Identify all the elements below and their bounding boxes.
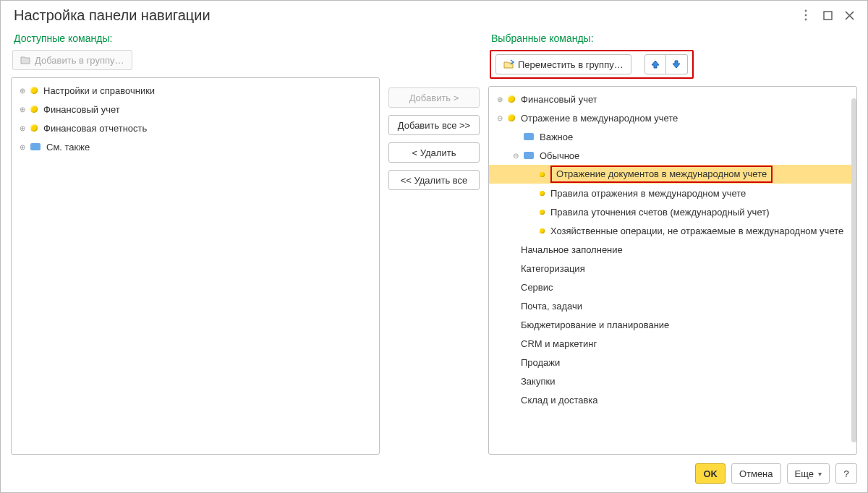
tree-item-label: Продажи — [521, 357, 560, 368]
tree-item[interactable]: · Хозяйственные операции, не отражаемые … — [489, 221, 856, 240]
expand-icon[interactable]: ⊕ — [495, 95, 505, 103]
svg-point-0 — [805, 10, 807, 12]
collapse-icon[interactable]: ⊖ — [511, 152, 521, 160]
available-tree[interactable]: ⊕ Настройки и справочники ⊕ Финансовый у… — [11, 77, 380, 455]
move-to-group-button[interactable]: Переместить в группу… — [495, 54, 631, 74]
badge-icon — [524, 133, 534, 140]
more-button[interactable]: Еще ▾ — [787, 463, 830, 484]
tree-item[interactable]: · Склад и доставка — [489, 390, 856, 409]
badge-icon — [30, 143, 41, 150]
tree-item-label: Настройки и справочники — [43, 85, 155, 96]
folder-icon — [508, 95, 515, 103]
tree-item[interactable]: ⊕ См. также — [12, 137, 379, 156]
tree-item-label: Финансовая отчетность — [43, 123, 147, 134]
tree-item[interactable]: · Категоризация — [489, 259, 856, 278]
more-label: Еще — [795, 468, 814, 479]
add-all-label: Добавить все >> — [398, 120, 470, 131]
folder-move-icon — [503, 59, 514, 69]
svg-point-1 — [805, 14, 807, 17]
item-icon — [540, 172, 545, 177]
available-toolbar: Добавить в группу… — [12, 50, 380, 70]
tree-item-label: Важное — [540, 132, 573, 142]
add-to-group-label: Добавить в группу… — [35, 55, 124, 66]
tree-item-label: CRM и маркетинг — [521, 338, 597, 349]
tree-item[interactable]: · CRM и маркетинг — [489, 334, 856, 353]
tree-item-label: Хозяйственные операции, не отражаемые в … — [550, 226, 843, 236]
folder-flag-icon — [20, 55, 30, 65]
tree-item-label: Правила отражения в международном учете — [550, 188, 746, 199]
remove-all-button[interactable]: << Удалить все — [388, 170, 480, 190]
selected-tree[interactable]: ⊕ Финансовый учет ⊖ Отражение в междунар… — [488, 86, 857, 455]
move-to-group-label: Переместить в группу… — [518, 59, 624, 70]
tree-item-label: Бюджетирование и планирование — [521, 320, 669, 330]
cancel-label: Отмена — [739, 468, 773, 479]
tree-item[interactable]: · Продажи — [489, 353, 856, 372]
maximize-icon[interactable] — [818, 6, 837, 25]
tree-item-selected[interactable]: · Отражение документов в международном у… — [489, 165, 856, 184]
tree-item-label: Начальное заполнение — [521, 244, 623, 255]
remove-button[interactable]: < Удалить — [388, 142, 480, 163]
tree-item[interactable]: · Важное — [489, 127, 856, 146]
tree-item-label: Сервис — [521, 282, 553, 293]
transfer-buttons: Добавить > Добавить все >> < Удалить << … — [387, 30, 481, 455]
chevron-down-icon: ▾ — [818, 470, 822, 478]
tree-item[interactable]: · Закупки — [489, 372, 856, 390]
tree-item-label: Отражение в международном учете — [521, 113, 678, 124]
badge-icon — [524, 152, 534, 159]
tree-item[interactable]: · Сервис — [489, 278, 856, 296]
folder-icon — [30, 87, 38, 94]
expand-icon[interactable]: ⊕ — [17, 124, 27, 132]
item-icon — [540, 228, 545, 233]
tree-item-label: Финансовый учет — [521, 94, 597, 105]
ok-label: OK — [703, 468, 718, 479]
tree-item-label: Обычное — [540, 150, 579, 161]
folder-icon — [508, 114, 515, 121]
tree-item-label: Почта, задачи — [521, 301, 582, 312]
folder-icon — [30, 124, 38, 132]
tree-item[interactable]: · Правила отражения в международном учет… — [489, 184, 856, 202]
folder-icon — [30, 106, 38, 113]
expand-icon[interactable]: ⊕ — [17, 106, 27, 113]
available-panel: Доступные команды: Добавить в группу… ⊕ … — [11, 30, 380, 455]
svg-point-2 — [805, 19, 807, 21]
close-icon[interactable] — [840, 6, 859, 25]
tree-item[interactable]: ⊖ Обычное — [489, 146, 856, 165]
tree-item-label: Закупки — [521, 376, 555, 387]
tree-item-label: Финансовый учет — [43, 104, 120, 115]
add-button[interactable]: Добавить > — [388, 87, 480, 108]
tree-item[interactable]: ⊕ Финансовый учет — [489, 90, 856, 108]
add-label: Добавить > — [409, 93, 459, 103]
cancel-button[interactable]: Отмена — [731, 463, 781, 484]
selected-toolbar: Переместить в группу… — [490, 50, 857, 79]
remove-all-label: << Удалить все — [401, 175, 468, 186]
tree-item-label: Правила уточнения счетов (международный … — [550, 207, 769, 218]
tree-item[interactable]: · Правила уточнения счетов (международны… — [489, 202, 856, 221]
add-all-button[interactable]: Добавить все >> — [388, 115, 480, 135]
tree-item[interactable]: ⊖ Отражение в международном учете — [489, 108, 856, 127]
tree-item[interactable]: · Начальное заполнение — [489, 240, 856, 259]
selected-panel: Выбранные команды: Переместить в группу… — [488, 30, 857, 455]
tree-item[interactable]: ⊕ Финансовый учет — [12, 100, 379, 119]
window-title: Настройка панели навигации — [14, 7, 793, 24]
arrow-up-icon — [650, 59, 660, 69]
move-up-button[interactable] — [644, 54, 666, 74]
move-down-button[interactable] — [666, 54, 688, 74]
menu-icon[interactable] — [796, 6, 815, 25]
help-button[interactable]: ? — [835, 463, 857, 484]
title-bar: Настройка панели навигации — [1, 1, 867, 30]
add-to-group-button[interactable]: Добавить в группу… — [12, 50, 132, 70]
collapse-icon[interactable]: ⊖ — [495, 114, 505, 122]
remove-label: < Удалить — [412, 147, 456, 158]
tree-item[interactable]: · Почта, задачи — [489, 296, 856, 315]
ok-button[interactable]: OK — [695, 463, 726, 484]
tree-item[interactable]: · Бюджетирование и планирование — [489, 315, 856, 334]
selected-label: Выбранные команды: — [491, 33, 857, 44]
tree-item-label: Отражение документов в международном уче… — [550, 166, 773, 183]
tree-item[interactable]: ⊕ Настройки и справочники — [12, 81, 379, 100]
reorder-buttons — [644, 54, 688, 74]
tree-item[interactable]: ⊕ Финансовая отчетность — [12, 119, 379, 137]
expand-icon[interactable]: ⊕ — [17, 143, 27, 151]
expand-icon[interactable]: ⊕ — [17, 87, 27, 95]
scrollbar[interactable] — [851, 98, 856, 442]
dialog-footer: OK Отмена Еще ▾ ? — [1, 455, 867, 492]
